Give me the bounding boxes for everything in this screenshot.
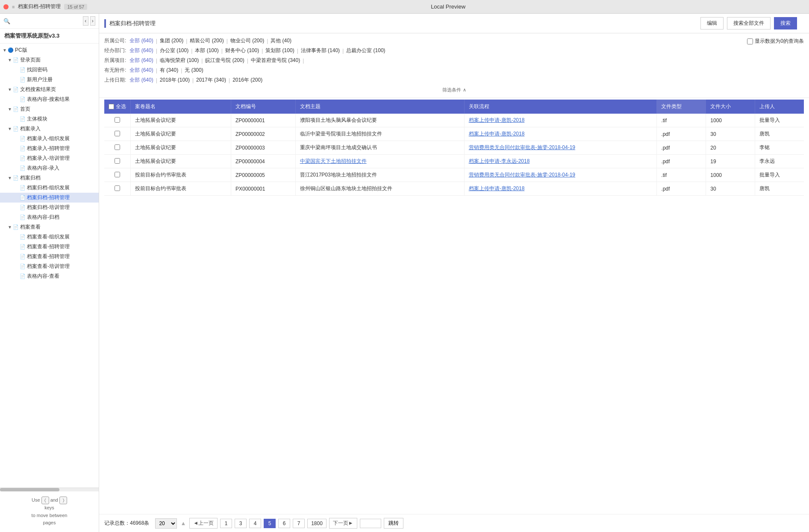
sidebar-item-archiveview[interactable]: ▼ 📄 档案查看 — [0, 222, 99, 232]
th-select[interactable]: 全选 — [104, 100, 131, 114]
select-all-checkbox[interactable] — [109, 104, 114, 109]
sidebar-item-entryorg[interactable]: 📄 档案录入-组织发展 — [0, 134, 99, 144]
filter-company-label: 所属公司: — [104, 37, 126, 44]
sidebar-item-filetrain[interactable]: 📄 档案归档-培训管理 — [0, 203, 99, 212]
sidebar-item-pc[interactable]: ▼ 🔵 PC版 — [0, 45, 99, 55]
sidebar-search-input[interactable] — [12, 17, 81, 25]
sidebar-item-vieworg[interactable]: 📄 档案查看-组织发展 — [0, 232, 99, 242]
link-relatedflow-0[interactable]: 档案上传申请-唐凯-2018 — [469, 117, 525, 123]
filter-dept-legal[interactable]: 法律事务部 (140) — [299, 47, 341, 54]
page-size-select[interactable]: 20 10 50 100 — [155, 518, 177, 529]
filter-dept-planning[interactable]: 策划部 (100) — [264, 47, 296, 54]
sidebar-item-newuser[interactable]: 📄 新用户注册 — [0, 75, 99, 85]
row-checkbox-5[interactable] — [115, 185, 120, 191]
filter-attachment-no[interactable]: 无 (300) — [183, 67, 205, 74]
filter-company-other[interactable]: 其他 (40) — [269, 37, 293, 44]
filter-uploaddate-2018[interactable]: 2018年 (100) — [158, 76, 191, 84]
sidebar-item-fileorg[interactable]: 📄 档案归档-组织发展 — [0, 183, 99, 193]
search-all-button[interactable]: 搜索全部文件 — [727, 17, 771, 29]
filter-dept-office[interactable]: 办公室 (100) — [158, 47, 190, 54]
filter-project-wanjiang[interactable]: 皖江壹号院 (200) — [203, 57, 246, 64]
table-body: 土地拓展会议纪要ZP00000001濮阳项目土地头脑风暴会会议纪要档案上传申请-… — [104, 114, 804, 196]
filter-project-all[interactable]: 全部 (640) — [128, 57, 155, 64]
table-row: 土地拓展会议纪要ZP00000003重庆中梁南坪项目土地成交确认书营销费用类无合… — [104, 141, 804, 155]
row-checkbox-0[interactable] — [115, 117, 120, 123]
search-button[interactable]: 搜索 — [774, 17, 797, 29]
sidebar-item-mainmodule[interactable]: 📄 主体模块 — [0, 114, 99, 124]
label-tablesearch: 表格内容-搜索结果 — [27, 96, 70, 103]
content-header: 档案归档-招聘管理 编辑 搜索全部文件 搜索 — [99, 14, 809, 33]
cell-uploader-4: 批量导入 — [755, 168, 804, 182]
page-btn-3[interactable]: 3 — [235, 519, 247, 528]
row-checkbox-3[interactable] — [115, 158, 120, 164]
cell-uploader-1: 唐凯 — [755, 127, 804, 141]
sidebar-item-filetable[interactable]: 📄 表格内容-归档 — [0, 212, 99, 222]
row-checkbox-4[interactable] — [115, 172, 120, 177]
sidebar-item-tablesearch[interactable]: 📄 表格内容-搜索结果 — [0, 94, 99, 104]
filter-dept-finance[interactable]: 财务中心 (100) — [224, 47, 261, 54]
page-btn-1800[interactable]: 1800 — [307, 519, 327, 528]
page-btn-1[interactable]: 1 — [220, 519, 232, 528]
link-relatedflow-1[interactable]: 档案上传申请-唐凯-2018 — [469, 131, 525, 137]
close-btn[interactable] — [3, 4, 9, 9]
prev-page-btn[interactable]: ◄上一页 — [189, 518, 218, 529]
link-docsubject-3[interactable]: 中梁国宾天下土地招拍挂文件 — [300, 158, 367, 164]
filter-dept-hq[interactable]: 本部 (100) — [193, 47, 220, 54]
sidebar-item-archivefile[interactable]: ▼ 📄 档案归档 — [0, 173, 99, 183]
page-jump-btn[interactable]: 跳转 — [384, 518, 403, 529]
show-zero-checkbox[interactable] — [747, 38, 753, 44]
folder-login-icon: 📄 — [13, 57, 19, 63]
filter-company-all[interactable]: 全部 (640) — [128, 37, 155, 44]
sidebar-item-searchresult[interactable]: ▼ 📄 文档搜索结果页 — [0, 85, 99, 94]
toggle-archivefile: ▼ — [7, 175, 13, 181]
filter-attachment-yes[interactable]: 有 (340) — [158, 67, 180, 74]
leaf-entrytable-icon: 📄 — [20, 165, 26, 171]
page-jump-input[interactable] — [360, 519, 381, 528]
page-btn-6[interactable]: 6 — [278, 519, 290, 528]
filter-dept-president[interactable]: 总裁办公室 (100) — [344, 47, 387, 54]
sidebar-item-viewrecruit1[interactable]: 📄 档案查看-招聘管理 — [0, 242, 99, 252]
edit-button[interactable]: 编辑 — [700, 17, 724, 29]
page-btn-4[interactable]: 4 — [249, 519, 261, 528]
filter-company-jingzhuang[interactable]: 精装公司 (200) — [188, 37, 225, 44]
row-checkbox-1[interactable] — [115, 131, 120, 136]
link-relatedflow-3[interactable]: 档案上传申请-李永远-2018 — [469, 158, 530, 164]
filter-uploaddate-2017[interactable]: 2017年 (340) — [194, 76, 228, 84]
page-btn-5[interactable]: 5 — [264, 519, 276, 528]
sidebar-search-area: 🔍 ‹ › — [0, 14, 99, 29]
sidebar-item-entrytrain[interactable]: 📄 档案录入-培训管理 — [0, 153, 99, 163]
sidebar-next-btn[interactable]: › — [90, 16, 96, 26]
sidebar-item-archiveentry[interactable]: ▼ 📄 档案录入 — [0, 124, 99, 134]
filter-uploaddate-2016[interactable]: 2016年 (200) — [231, 76, 264, 84]
sidebar-prev-btn[interactable]: ‹ — [83, 16, 88, 26]
cell-docsubject-4: 晋江2017P03地块土地招拍挂文件 — [295, 168, 464, 182]
sidebar-item-login[interactable]: ▼ 📄 登录页面 — [0, 55, 99, 65]
link-relatedflow-5[interactable]: 档案上传申请-唐凯-2018 — [469, 185, 525, 191]
page-btn-7[interactable]: 7 — [293, 519, 305, 528]
filter-project-zhongliang[interactable]: 中梁首府壹号院 (340) — [249, 57, 302, 64]
sidebar-item-findpwd[interactable]: 📄 找回密码 — [0, 65, 99, 75]
filter-dept-all[interactable]: 全部 (640) — [128, 47, 155, 54]
sidebar-item-viewrecruit2[interactable]: 📄 档案查看-招聘管理 — [0, 252, 99, 262]
sidebar-item-entrytable[interactable]: 📄 表格内容-录入 — [0, 163, 99, 173]
link-relatedflow-4[interactable]: 营销费用类无合同付款审批表-施雯-2018-04-19 — [469, 172, 575, 178]
sidebar-horizontal-scrollbar[interactable] — [0, 488, 99, 491]
sidebar-item-viewtrain[interactable]: 📄 档案查看-培训管理 — [0, 262, 99, 271]
filter-attachment-all[interactable]: 全部 (640) — [128, 67, 155, 74]
sidebar-item-home[interactable]: ▼ 📄 首页 — [0, 104, 99, 114]
sidebar-item-entryrecruit[interactable]: 📄 档案录入-招聘管理 — [0, 144, 99, 153]
th-casetitle: 案卷题名 — [131, 100, 231, 114]
next-page-btn[interactable]: 下一页► — [329, 518, 357, 529]
th-filesize: 文件大小 — [706, 100, 755, 114]
filter-project-linhai[interactable]: 临海悦荣府 (100) — [158, 57, 200, 64]
sidebar-item-filerecruit[interactable]: 📄 档案归档-招聘管理 — [0, 193, 99, 203]
filter-company-group[interactable]: 集团 (200) — [158, 37, 185, 44]
link-relatedflow-2[interactable]: 营销费用类无合同付款审批表-施雯-2018-04-19 — [469, 144, 575, 150]
leaf-viewrecruit1-icon: 📄 — [20, 244, 26, 250]
filter-uploaddate-all[interactable]: 全部 (640) — [128, 76, 155, 84]
filter-attachment-label: 有无附件: — [104, 67, 126, 74]
row-checkbox-2[interactable] — [115, 144, 120, 150]
filter-company-property[interactable]: 物业公司 (200) — [229, 37, 266, 44]
filter-collapse-btn[interactable]: 筛选条件 ∧ — [104, 85, 804, 95]
sidebar-item-viewtable[interactable]: 📄 表格内容-查看 — [0, 271, 99, 281]
